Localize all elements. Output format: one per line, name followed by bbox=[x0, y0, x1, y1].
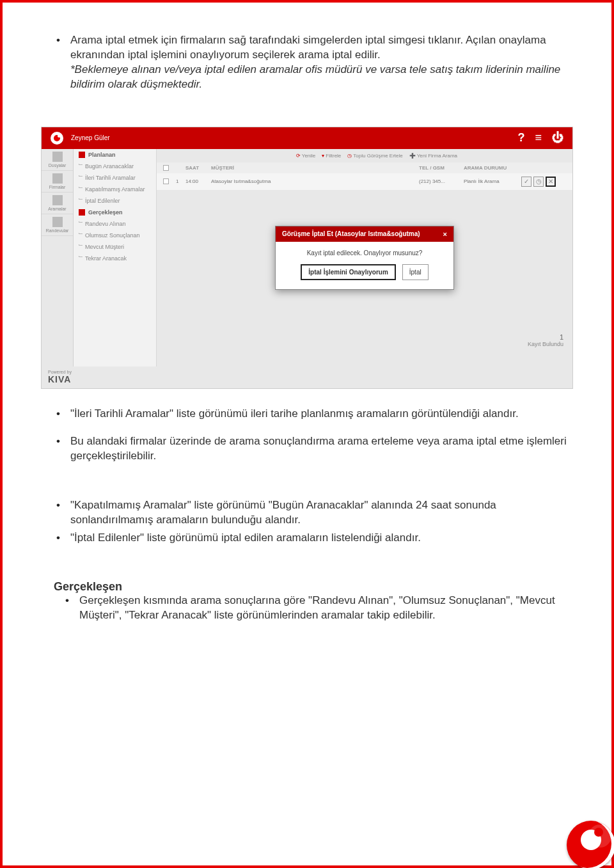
toolbar-filtrele[interactable]: ▾Filtrele bbox=[322, 153, 341, 159]
nav-iptal-edilenler[interactable]: İptal Edilenler bbox=[74, 195, 156, 207]
plus-icon: ➕ bbox=[409, 153, 416, 159]
intro-note: *Beklemeye alınan ve/veya iptal edilen a… bbox=[70, 63, 560, 90]
sidebar-firmalar[interactable]: Firmalar bbox=[42, 171, 73, 193]
mid-bullets: "İleri Tarihli Aramalar" liste görünümü … bbox=[41, 407, 573, 422]
firms-icon bbox=[52, 173, 63, 184]
lower-bullets: "Kapatılmamış Aramalar" liste görünümü "… bbox=[41, 498, 573, 546]
main-panel: ⟳Yenile ▾Filtrele ◷Toplu Görüşme Ertele … bbox=[157, 149, 572, 367]
toolbar-yenile[interactable]: ⟳Yenile bbox=[296, 153, 316, 159]
modal-message: Kayıt iptal edilecek. Onaylıyor musunuz? bbox=[276, 242, 453, 264]
modal-title: Görüşme İptal Et (Atasoylar Isıtma&soğut… bbox=[282, 230, 420, 237]
left-sidebar: Dosyalar Firmalar Aramalar Randevular bbox=[42, 149, 74, 367]
modal-confirm-button[interactable]: İptal İşlemini Onaylıyorum bbox=[301, 264, 395, 280]
nav-bugun-aranacaklar[interactable]: Bugün Aranacaklar bbox=[74, 161, 156, 172]
nav-section-planlanan[interactable]: Planlanan bbox=[74, 149, 156, 161]
sidebar-dosyalar[interactable]: Dosyalar bbox=[42, 149, 73, 171]
sidebar-aramalar[interactable]: Aramalar bbox=[42, 193, 73, 214]
row-tel: (212) 345... bbox=[419, 178, 464, 184]
bullet-ileri-tarihli: "İleri Tarihli Aramalar" liste görünümü … bbox=[56, 407, 573, 422]
power-icon[interactable]: ⏻ bbox=[552, 131, 563, 145]
menu-icon[interactable]: ≡ bbox=[535, 131, 542, 145]
help-icon[interactable]: ? bbox=[517, 131, 524, 145]
app-header: Zeynep Güler ? ≡ ⏻ bbox=[42, 127, 572, 149]
record-count-label: Kayıt Bulundu bbox=[528, 341, 563, 347]
toolbar-yeni-firma[interactable]: ➕Yeni Firma Arama bbox=[409, 153, 457, 159]
row-customer: Atasoylar Isıtma&soğutma bbox=[211, 178, 419, 184]
modal-cancel-button[interactable]: İptal bbox=[402, 264, 429, 280]
appointments-icon bbox=[52, 217, 63, 227]
col-musteri: MÜŞTERİ bbox=[211, 165, 419, 171]
nav-ileri-tarihli[interactable]: İleri Tarihli Aramalar bbox=[74, 172, 156, 184]
modal-header: Görüşme İptal Et (Atasoylar Isıtma&soğut… bbox=[276, 226, 453, 242]
row-status: Planlı İlk Arama bbox=[464, 178, 521, 184]
filter-icon: ▾ bbox=[322, 153, 324, 159]
header-user-name: Zeynep Güler bbox=[71, 134, 110, 141]
vodafone-footer-logo-icon bbox=[567, 821, 614, 868]
toolbar: ⟳Yenile ▾Filtrele ◷Toplu Görüşme Ertele … bbox=[157, 149, 572, 162]
col-tel: TEL / GSM bbox=[419, 165, 464, 171]
powered-by: Powered by KIVA bbox=[48, 370, 72, 384]
intro-bullets: Arama iptal etmek için firmaların sağ ta… bbox=[41, 33, 573, 92]
vodafone-logo-icon bbox=[51, 132, 63, 145]
select-all-checkbox[interactable] bbox=[163, 165, 169, 171]
row-action-complete[interactable]: ✓ bbox=[521, 177, 531, 187]
app-screenshot: Zeynep Güler ? ≡ ⏻ Dosyalar Firmalar bbox=[41, 127, 573, 389]
clock-icon: ◷ bbox=[347, 153, 352, 159]
folder-icon bbox=[52, 152, 63, 162]
nav-kapatilmamis[interactable]: Kapatılmamış Aramalar bbox=[74, 184, 156, 195]
bullet-gerceklesen: Gerçekleşen kısmında arama sonuçlarına g… bbox=[65, 594, 573, 623]
nav-mevcut-musteri[interactable]: Mevcut Müşteri bbox=[74, 241, 156, 253]
table-header: SAAT MÜŞTERİ TEL / GSM ARAMA DURUMU bbox=[157, 162, 572, 173]
row-index: 1 bbox=[176, 178, 185, 184]
calendar-icon bbox=[79, 209, 85, 216]
calls-icon bbox=[52, 195, 63, 205]
toolbar-toplu-ertele[interactable]: ◷Toplu Görüşme Ertele bbox=[347, 153, 402, 159]
row-time: 14:00 bbox=[185, 178, 211, 184]
nav-randevu-alinan[interactable]: Randevu Alınan bbox=[74, 218, 156, 230]
gerceklesen-bullets: Gerçekleşen kısmında arama sonuçlarına g… bbox=[41, 594, 573, 623]
calendar-icon bbox=[79, 152, 85, 158]
heading-gerceklesen: Gerçekleşen bbox=[41, 580, 573, 594]
row-action-cancel[interactable]: ✕ bbox=[546, 177, 556, 187]
bullet-iptal-edilenler: "İptal Edilenler" liste görünümü iptal e… bbox=[56, 531, 573, 546]
kiva-brand: KIVA bbox=[48, 374, 71, 384]
intro-para: Arama iptal etmek için firmaların sağ ta… bbox=[70, 34, 546, 61]
row-action-postpone[interactable]: ◷ bbox=[533, 177, 544, 187]
col-saat: SAAT bbox=[185, 165, 211, 171]
nav-tekrar-aranacak[interactable]: Tekrar Aranacak bbox=[74, 253, 156, 264]
table-row[interactable]: 1 14:00 Atasoylar Isıtma&soğutma (212) 3… bbox=[157, 173, 572, 190]
record-count-number: 1 bbox=[528, 333, 563, 341]
modal-close-icon[interactable]: × bbox=[443, 230, 447, 238]
record-count: 1 Kayıt Bulundu bbox=[528, 333, 563, 347]
document-page: Arama iptal etmek için firmaların sağ ta… bbox=[0, 0, 614, 868]
sidebar-randevular[interactable]: Randevular bbox=[42, 214, 73, 236]
confirm-modal: Görüşme İptal Et (Atasoylar Isıtma&soğut… bbox=[275, 226, 454, 290]
col-durum: ARAMA DURUMU bbox=[464, 165, 521, 171]
bullet-kapatilmamis: "Kapatılmamış Aramalar" liste görünümü "… bbox=[56, 498, 573, 528]
refresh-icon: ⟳ bbox=[296, 153, 301, 159]
nav-olumsuz[interactable]: Olumsuz Sonuçlanan bbox=[74, 230, 156, 241]
row-checkbox[interactable] bbox=[163, 178, 169, 184]
intro-bullet-1: Arama iptal etmek için firmaların sağ ta… bbox=[56, 33, 573, 92]
bullet-bu-alandaki: Bu alandaki firmalar üzerinde de arama s… bbox=[56, 434, 573, 464]
nav-section-gerceklesen[interactable]: Gerçekleşen bbox=[74, 207, 156, 218]
nav-panel: Planlanan Bugün Aranacaklar İleri Tarihl… bbox=[74, 149, 157, 367]
